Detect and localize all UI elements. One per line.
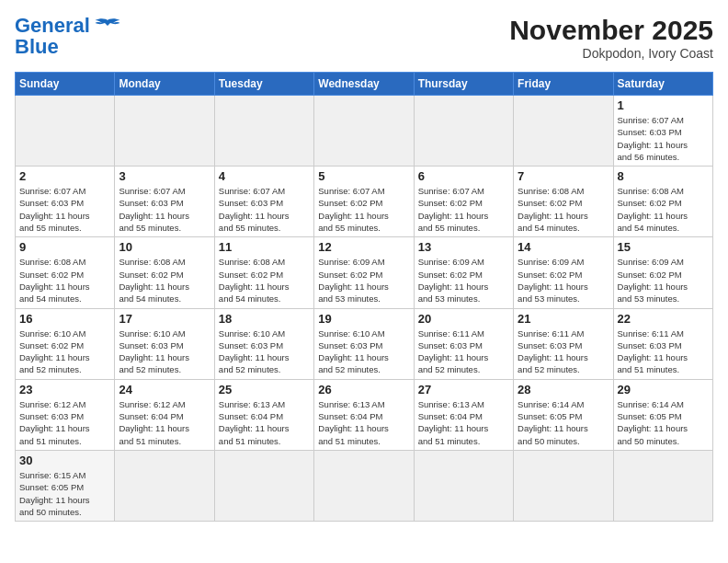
calendar-cell: 24Sunrise: 6:12 AM Sunset: 6:04 PM Dayli… bbox=[115, 379, 214, 450]
day-number: 2 bbox=[19, 169, 110, 183]
calendar-cell: 28Sunrise: 6:14 AM Sunset: 6:05 PM Dayli… bbox=[514, 379, 613, 450]
calendar-cell: 16Sunrise: 6:10 AM Sunset: 6:02 PM Dayli… bbox=[16, 308, 115, 379]
day-info: Sunrise: 6:07 AM Sunset: 6:03 PM Dayligh… bbox=[219, 185, 310, 234]
calendar-cell: 9Sunrise: 6:08 AM Sunset: 6:02 PM Daylig… bbox=[16, 237, 115, 308]
calendar-cell: 19Sunrise: 6:10 AM Sunset: 6:03 PM Dayli… bbox=[314, 308, 414, 379]
week-row-6: 30Sunrise: 6:15 AM Sunset: 6:05 PM Dayli… bbox=[16, 450, 713, 521]
month-year-title: November 2025 bbox=[509, 15, 713, 46]
day-number: 6 bbox=[418, 169, 509, 183]
calendar-cell: 4Sunrise: 6:07 AM Sunset: 6:03 PM Daylig… bbox=[214, 167, 313, 237]
calendar-cell bbox=[314, 96, 414, 167]
day-number: 1 bbox=[618, 98, 709, 112]
calendar-cell: 22Sunrise: 6:11 AM Sunset: 6:03 PM Dayli… bbox=[613, 308, 712, 379]
calendar-cell: 20Sunrise: 6:11 AM Sunset: 6:03 PM Dayli… bbox=[414, 308, 513, 379]
day-number: 30 bbox=[19, 454, 110, 467]
calendar-cell bbox=[214, 96, 313, 167]
page-header: General Blue November 2025 Dokpodon, Ivo… bbox=[15, 15, 713, 61]
calendar-cell: 13Sunrise: 6:09 AM Sunset: 6:02 PM Dayli… bbox=[414, 237, 513, 308]
day-number: 28 bbox=[518, 383, 609, 396]
calendar-cell: 27Sunrise: 6:13 AM Sunset: 6:04 PM Dayli… bbox=[414, 379, 513, 450]
calendar-cell: 26Sunrise: 6:13 AM Sunset: 6:04 PM Dayli… bbox=[314, 379, 414, 450]
calendar-cell bbox=[214, 450, 313, 521]
day-number: 23 bbox=[19, 383, 110, 396]
day-number: 9 bbox=[19, 240, 110, 254]
day-info: Sunrise: 6:10 AM Sunset: 6:02 PM Dayligh… bbox=[19, 327, 110, 376]
logo-blue-text: Blue bbox=[15, 35, 59, 59]
day-info: Sunrise: 6:11 AM Sunset: 6:03 PM Dayligh… bbox=[418, 327, 509, 376]
day-info: Sunrise: 6:15 AM Sunset: 6:05 PM Dayligh… bbox=[19, 469, 110, 518]
calendar-cell bbox=[314, 450, 414, 521]
day-info: Sunrise: 6:07 AM Sunset: 6:02 PM Dayligh… bbox=[418, 185, 509, 234]
day-number: 15 bbox=[618, 240, 709, 254]
weekday-header-saturday: Saturday bbox=[613, 73, 712, 96]
day-info: Sunrise: 6:10 AM Sunset: 6:03 PM Dayligh… bbox=[318, 327, 409, 376]
week-row-1: 1Sunrise: 6:07 AM Sunset: 6:03 PM Daylig… bbox=[16, 96, 713, 167]
calendar-cell: 18Sunrise: 6:10 AM Sunset: 6:03 PM Dayli… bbox=[214, 308, 313, 379]
day-number: 29 bbox=[618, 383, 709, 396]
calendar-cell: 3Sunrise: 6:07 AM Sunset: 6:03 PM Daylig… bbox=[115, 167, 214, 237]
calendar-cell: 2Sunrise: 6:07 AM Sunset: 6:03 PM Daylig… bbox=[16, 167, 115, 237]
weekday-header-friday: Friday bbox=[514, 73, 613, 96]
calendar-cell: 25Sunrise: 6:13 AM Sunset: 6:04 PM Dayli… bbox=[214, 379, 313, 450]
week-row-5: 23Sunrise: 6:12 AM Sunset: 6:03 PM Dayli… bbox=[16, 379, 713, 450]
day-info: Sunrise: 6:07 AM Sunset: 6:03 PM Dayligh… bbox=[19, 185, 110, 234]
calendar-cell: 8Sunrise: 6:08 AM Sunset: 6:02 PM Daylig… bbox=[613, 167, 712, 237]
day-info: Sunrise: 6:13 AM Sunset: 6:04 PM Dayligh… bbox=[219, 398, 310, 447]
day-number: 12 bbox=[318, 240, 409, 254]
calendar-cell bbox=[514, 450, 613, 521]
day-number: 19 bbox=[318, 312, 409, 326]
location-subtitle: Dokpodon, Ivory Coast bbox=[509, 46, 713, 61]
day-info: Sunrise: 6:08 AM Sunset: 6:02 PM Dayligh… bbox=[19, 256, 110, 304]
day-info: Sunrise: 6:14 AM Sunset: 6:05 PM Dayligh… bbox=[618, 398, 709, 447]
calendar-cell: 11Sunrise: 6:08 AM Sunset: 6:02 PM Dayli… bbox=[214, 237, 313, 308]
calendar-cell: 14Sunrise: 6:09 AM Sunset: 6:02 PM Dayli… bbox=[514, 237, 613, 308]
day-number: 4 bbox=[219, 169, 310, 183]
calendar-cell: 1Sunrise: 6:07 AM Sunset: 6:03 PM Daylig… bbox=[613, 96, 712, 167]
day-number: 20 bbox=[418, 312, 509, 326]
weekday-header-sunday: Sunday bbox=[16, 73, 115, 96]
day-info: Sunrise: 6:08 AM Sunset: 6:02 PM Dayligh… bbox=[119, 256, 210, 304]
title-block: November 2025 Dokpodon, Ivory Coast bbox=[509, 15, 713, 61]
calendar-cell bbox=[115, 96, 214, 167]
day-number: 18 bbox=[219, 312, 310, 326]
day-number: 11 bbox=[219, 240, 310, 254]
calendar-cell bbox=[115, 450, 214, 521]
day-info: Sunrise: 6:11 AM Sunset: 6:03 PM Dayligh… bbox=[618, 327, 709, 376]
day-info: Sunrise: 6:08 AM Sunset: 6:02 PM Dayligh… bbox=[618, 185, 709, 234]
day-number: 16 bbox=[19, 312, 110, 326]
day-info: Sunrise: 6:10 AM Sunset: 6:03 PM Dayligh… bbox=[219, 327, 310, 376]
week-row-2: 2Sunrise: 6:07 AM Sunset: 6:03 PM Daylig… bbox=[16, 167, 713, 237]
calendar-cell: 10Sunrise: 6:08 AM Sunset: 6:02 PM Dayli… bbox=[115, 237, 214, 308]
calendar-cell bbox=[613, 450, 712, 521]
week-row-3: 9Sunrise: 6:08 AM Sunset: 6:02 PM Daylig… bbox=[16, 237, 713, 308]
day-number: 26 bbox=[318, 383, 409, 396]
weekday-header-tuesday: Tuesday bbox=[214, 73, 313, 96]
day-info: Sunrise: 6:13 AM Sunset: 6:04 PM Dayligh… bbox=[318, 398, 409, 447]
calendar-cell: 29Sunrise: 6:14 AM Sunset: 6:05 PM Dayli… bbox=[613, 379, 712, 450]
day-number: 22 bbox=[618, 312, 709, 326]
day-info: Sunrise: 6:07 AM Sunset: 6:02 PM Dayligh… bbox=[318, 185, 409, 234]
logo-bird-icon bbox=[94, 17, 121, 34]
calendar-cell: 15Sunrise: 6:09 AM Sunset: 6:02 PM Dayli… bbox=[613, 237, 712, 308]
day-info: Sunrise: 6:12 AM Sunset: 6:04 PM Dayligh… bbox=[119, 398, 210, 447]
day-info: Sunrise: 6:08 AM Sunset: 6:02 PM Dayligh… bbox=[518, 185, 609, 234]
day-number: 27 bbox=[418, 383, 509, 396]
day-number: 24 bbox=[119, 383, 210, 396]
day-number: 25 bbox=[219, 383, 310, 396]
day-number: 17 bbox=[119, 312, 210, 326]
day-info: Sunrise: 6:07 AM Sunset: 6:03 PM Dayligh… bbox=[119, 185, 210, 234]
week-row-4: 16Sunrise: 6:10 AM Sunset: 6:02 PM Dayli… bbox=[16, 308, 713, 379]
day-number: 7 bbox=[518, 169, 609, 183]
day-number: 13 bbox=[418, 240, 509, 254]
calendar-cell: 17Sunrise: 6:10 AM Sunset: 6:03 PM Dayli… bbox=[115, 308, 214, 379]
day-info: Sunrise: 6:10 AM Sunset: 6:03 PM Dayligh… bbox=[119, 327, 210, 376]
day-info: Sunrise: 6:09 AM Sunset: 6:02 PM Dayligh… bbox=[418, 256, 509, 304]
weekday-header-monday: Monday bbox=[115, 73, 214, 96]
calendar-cell: 6Sunrise: 6:07 AM Sunset: 6:02 PM Daylig… bbox=[414, 167, 513, 237]
day-number: 14 bbox=[518, 240, 609, 254]
day-info: Sunrise: 6:08 AM Sunset: 6:02 PM Dayligh… bbox=[219, 256, 310, 304]
calendar-cell bbox=[414, 450, 513, 521]
calendar-cell: 12Sunrise: 6:09 AM Sunset: 6:02 PM Dayli… bbox=[314, 237, 414, 308]
day-number: 5 bbox=[318, 169, 409, 183]
day-info: Sunrise: 6:09 AM Sunset: 6:02 PM Dayligh… bbox=[318, 256, 409, 304]
